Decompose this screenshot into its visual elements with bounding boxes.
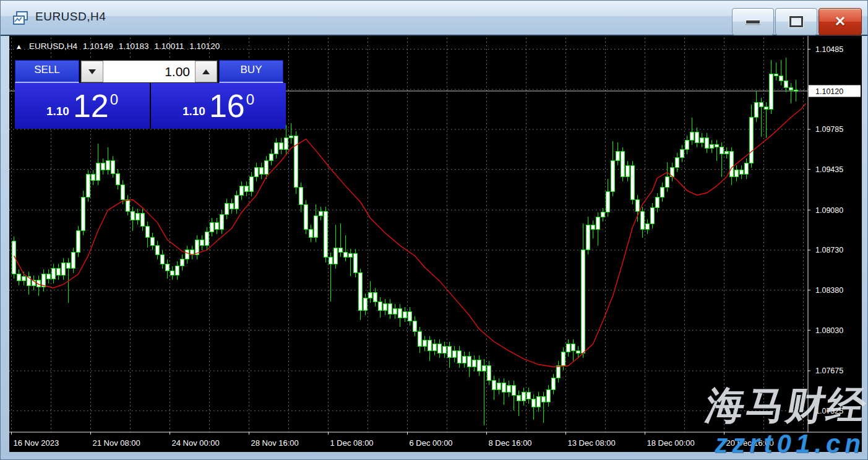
candle-body <box>403 312 407 318</box>
candle-body <box>52 269 56 279</box>
candle-body <box>82 197 85 231</box>
candle-body <box>245 186 249 191</box>
volume-decrease-button[interactable] <box>81 61 103 82</box>
candle-body <box>497 383 501 389</box>
candle-body <box>97 163 100 180</box>
candle-body <box>542 397 546 402</box>
candle-body <box>552 378 556 389</box>
y-axis-label: 1.08030 <box>815 326 843 335</box>
candle-body <box>423 341 427 346</box>
candle-body <box>661 187 664 197</box>
candle-body <box>62 263 66 275</box>
candle-body <box>334 248 338 264</box>
sell-price-pips: 12 <box>73 90 109 122</box>
buy-button[interactable]: BUY <box>219 60 283 83</box>
candle-body <box>572 344 575 351</box>
candle-body <box>255 168 259 177</box>
candle-body <box>700 138 704 142</box>
candle-body <box>765 107 768 110</box>
one-click-trading-panel: SELL BUY 1.10 12 0 1.10 16 0 <box>15 60 286 129</box>
minimize-icon <box>746 20 760 24</box>
candle-body <box>473 360 476 367</box>
candle-body <box>270 154 273 161</box>
sell-button[interactable]: SELL <box>15 60 79 83</box>
buy-quote-button[interactable]: 1.10 16 0 <box>151 83 286 129</box>
candle-body <box>720 147 724 154</box>
candle-body <box>294 136 298 187</box>
candle-body <box>527 392 531 399</box>
candle-body <box>794 90 798 91</box>
candle-body <box>492 381 496 390</box>
candle-body <box>166 264 170 271</box>
candle-body <box>240 186 244 195</box>
candle-body <box>359 273 363 311</box>
candle-body <box>230 203 234 209</box>
candle-body <box>621 152 625 177</box>
candle-body <box>364 298 367 311</box>
close-button[interactable]: ✕ <box>819 8 862 35</box>
candle-body <box>111 161 115 173</box>
candle-body <box>710 145 714 149</box>
sell-quote-button[interactable]: 1.10 12 0 <box>15 83 150 129</box>
x-axis-label: 13 Dec 08:00 <box>568 438 616 448</box>
candle-body <box>379 302 382 311</box>
candle-body <box>770 74 773 109</box>
buy-price-pips: 16 <box>209 90 245 122</box>
candle-body <box>369 292 372 298</box>
candle-body <box>502 383 506 392</box>
candle-body <box>87 175 90 197</box>
y-axis-label: 1.10485 <box>815 45 843 54</box>
candle-body <box>106 161 110 170</box>
candle-body <box>448 346 452 357</box>
ohlc-close: 1.10120 <box>189 41 220 51</box>
sell-price-prefix: 1.10 <box>46 105 69 118</box>
candle-body <box>636 200 640 211</box>
candle-body <box>438 344 442 354</box>
candle-body <box>656 197 660 208</box>
chevron-up-icon <box>202 69 210 74</box>
minimize-button[interactable] <box>732 8 774 35</box>
candle-body <box>577 351 580 354</box>
candle-body <box>304 204 308 230</box>
candle-body <box>567 344 570 352</box>
ohlc-open: 1.10149 <box>83 41 113 51</box>
candle-body <box>121 185 125 200</box>
volume-input[interactable] <box>103 61 195 82</box>
candle-body <box>601 212 605 217</box>
candle-body <box>92 175 95 180</box>
candle-body <box>260 168 264 175</box>
candle-body <box>745 163 749 174</box>
volume-increase-button[interactable] <box>195 61 217 82</box>
sell-price-point: 0 <box>110 91 118 108</box>
panel-collapse-icon[interactable]: ▲ <box>15 43 22 50</box>
candle-body <box>587 225 590 250</box>
candle-body <box>215 223 219 230</box>
candle-body <box>200 240 204 245</box>
candle-body <box>433 344 437 351</box>
buy-price-point: 0 <box>246 91 254 108</box>
watermark-url: zzrt01.cn <box>715 429 865 459</box>
candle-body <box>730 152 734 177</box>
candle-body <box>235 195 239 209</box>
candle-body <box>557 366 561 378</box>
candle-body <box>681 149 684 157</box>
candle-body <box>750 118 754 163</box>
candle-body <box>344 253 348 257</box>
candle-body <box>626 165 630 176</box>
candle-body <box>176 266 179 276</box>
candle-body <box>705 138 709 149</box>
candle-body <box>77 231 80 253</box>
candle-body <box>384 304 387 311</box>
candle-body <box>136 214 140 220</box>
candle-body <box>611 161 615 192</box>
candle-body <box>354 254 358 273</box>
candle-body <box>131 211 135 220</box>
candle-body <box>666 177 669 188</box>
titlebar[interactable]: EURUSD,H4 ✕ <box>1 1 867 36</box>
chevron-down-icon <box>88 69 96 74</box>
candle-body <box>522 392 526 401</box>
restore-button[interactable] <box>775 8 817 35</box>
volume-spinner <box>80 60 218 83</box>
candle-body <box>651 208 655 224</box>
candle-body <box>532 399 536 407</box>
